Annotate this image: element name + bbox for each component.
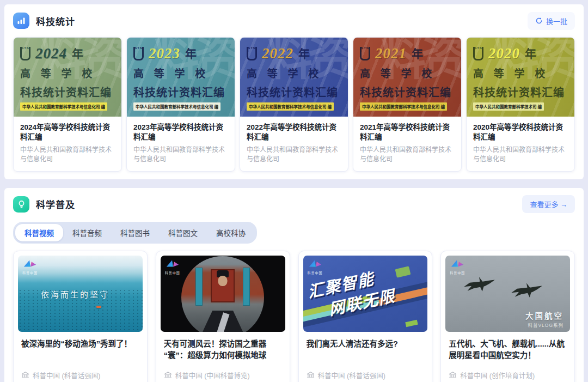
cover-publisher-bar: 中华人民共和国教育部科学技术司 编 — [473, 102, 544, 111]
book-cover-2020: 资料 STS 2020 年 高 等 学 校 科技统计资料汇编 中华人民共和国教育… — [467, 38, 574, 117]
sts-logo-icon: STS — [247, 47, 257, 60]
sts-logo-icon: STS — [133, 47, 144, 60]
institution-icon — [164, 371, 172, 379]
bar-chart-icon — [13, 13, 29, 29]
science-section: 科学普及 查看更多 → 科普视频 科普音频 科普图书 科普图文 高校科协 科普中… — [4, 188, 584, 382]
book-card-list: 资料 STS 2024 年 高 等 学 校 科技统计资料汇编 中华人民共和国教育… — [13, 37, 575, 172]
institution-icon — [21, 371, 29, 379]
book-title: 2022年高等学校科技统计资料汇编 — [247, 123, 341, 142]
circular-vignette — [181, 256, 264, 332]
book-cover-2024: 资料 STS 2024 年 高 等 学 校 科技统计资料汇编 中华人民共和国教育… — [14, 38, 121, 117]
book-card-2024[interactable]: 资料 STS 2024 年 高 等 学 校 科技统计资料汇编 中华人民共和国教育… — [13, 37, 122, 172]
tab-video[interactable]: 科普视频 — [15, 224, 63, 241]
book-cover-2021: 资料 STS 2021 年 高 等 学 校 科技统计资料汇编 中华人民共和国教育… — [353, 38, 461, 117]
book-publisher: 中华人民共和国教育部科学技术与信息化司 — [360, 145, 455, 165]
video-title: 我们离无人清洁还有多远? — [307, 338, 425, 362]
book-publisher: 中华人民共和国教育部科学技术与信息化司 — [473, 145, 568, 165]
cover-line2: 科技统计资料汇编 — [360, 84, 455, 100]
tab-books[interactable]: 科普图书 — [111, 224, 159, 241]
refresh-icon — [535, 17, 543, 25]
book-publisher: 中华人民共和国教育部科学技术与信息化司 — [247, 145, 341, 165]
thumbnail-overlay-subtext: 科普VLOG系列 — [528, 322, 564, 328]
video-title: 天有可测风云！探访国之重器“寰”：超级算力如何模拟地球 — [164, 338, 282, 362]
book-title: 2021年高等学校科技统计资料汇编 — [360, 123, 455, 142]
video-thumbnail-poster: 科普中国 汇聚智能 网联无限 — [303, 256, 428, 332]
book-cover-2023: 资料 STS 2023 年 高 等 学 校 科技统计资料汇编 中华人民共和国教育… — [127, 38, 235, 117]
cover-line1: 高 等 学 校 — [133, 65, 228, 80]
stats-section-header: 科技统计 换一批 — [13, 12, 575, 29]
video-source: 科普中国 (中国科普博览) — [175, 370, 250, 380]
science-tab-bar: 科普视频 科普音频 科普图书 科普图文 高校科协 — [13, 222, 257, 244]
kepu-china-logo-icon: 科普中国 — [22, 259, 38, 275]
person-shape — [218, 276, 228, 286]
cover-line2: 科技统计资料汇编 — [20, 84, 115, 100]
institution-icon — [449, 371, 457, 379]
view-more-button[interactable]: 查看更多 → — [522, 195, 575, 213]
sts-logo-icon: STS — [20, 47, 30, 60]
video-source: 科普中国 (创作培育计划) — [460, 370, 535, 380]
video-thumbnail-ocean: 科普中国 依海而生的坚守 — [18, 256, 143, 332]
book-title: 2024年高等学校科技统计资料汇编 — [20, 123, 115, 142]
kepu-china-logo-icon: 科普中国 — [450, 259, 465, 275]
cover-year: 2023 — [149, 46, 180, 60]
cover-line1: 高 等 学 校 — [20, 65, 115, 80]
cover-publisher-bar: 中华人民共和国教育部科学技术与信息化司 编 — [133, 102, 220, 111]
video-title: 被深海里的“移动渔场”秀到了！ — [21, 338, 139, 362]
sts-logo-icon: STS — [473, 47, 483, 60]
video-thumbnail-palace: 科普中国 — [161, 256, 285, 332]
tab-audio[interactable]: 科普音频 — [63, 224, 111, 241]
book-title: 2023年高等学校科技统计资料汇编 — [133, 123, 228, 142]
book-title: 2020年高等学校科技统计资料汇编 — [473, 123, 568, 142]
science-section-header: 科学普及 查看更多 → — [13, 196, 575, 213]
sts-logo-icon: STS — [360, 47, 370, 60]
stats-section: 科技统计 换一批 资料 STS 2024 年 高 等 学 校 — [4, 4, 584, 179]
book-card-2021[interactable]: 资料 STS 2021 年 高 等 学 校 科技统计资料汇编 中华人民共和国教育… — [353, 37, 462, 172]
video-card-jets[interactable]: 科普中国 大国航空 科普VLOG系列 五代机、大飞机、舰载机......从航展明… — [440, 251, 575, 382]
book-publisher: 中华人民共和国教育部科学技术与信息化司 — [20, 145, 115, 165]
tab-university-assoc[interactable]: 高校科协 — [207, 224, 255, 241]
tab-articles[interactable]: 科普图文 — [159, 224, 207, 241]
cover-publisher-bar: 中华人民共和国教育部科学技术与信息化司 编 — [20, 102, 107, 111]
cover-line2: 科技统计资料汇编 — [473, 84, 568, 100]
boat-shape — [96, 306, 101, 308]
cover-publisher-bar: 中华人民共和国教育部科学技术与信息化司 编 — [360, 102, 447, 111]
book-cover-2022: 资料 STS 2022 年 高 等 学 校 科技统计资料汇编 中华人民共和国教育… — [240, 38, 348, 117]
cover-line1: 高 等 学 校 — [247, 65, 341, 80]
science-section-title: 科学普及 — [36, 197, 75, 211]
book-card-2023[interactable]: 资料 STS 2023 年 高 等 学 校 科技统计资料汇编 中华人民共和国教育… — [126, 37, 235, 172]
stats-section-title: 科技统计 — [36, 14, 75, 28]
fighter-jet-icon — [463, 275, 497, 293]
cover-year: 2020 — [488, 46, 520, 60]
kepu-china-logo-icon: 科普中国 — [165, 259, 180, 275]
book-publisher: 中华人民共和国教育部科学技术与信息化司 — [133, 145, 228, 165]
refresh-label: 换一批 — [546, 16, 567, 26]
cover-publisher-bar: 中华人民共和国教育部科学技术与信息化司 编 — [247, 102, 334, 111]
cover-line2: 科技统计资料汇编 — [247, 84, 341, 100]
cover-line1: 高 等 学 校 — [360, 65, 455, 80]
video-card-palace[interactable]: 科普中国 天有可测风云！探访国之重器“寰”：超级算力如何模拟地球 — [156, 251, 290, 382]
video-source: 科普中国 (科普话强国) — [318, 370, 385, 380]
kepu-china-logo-icon: 科普中国 — [308, 259, 323, 275]
video-title: 五代机、大飞机、舰载机......从航展明星看中国航空实力！ — [449, 338, 567, 362]
video-thumbnail-jets: 科普中国 大国航空 科普VLOG系列 — [445, 256, 570, 332]
thumbnail-overlay-text: 大国航空 — [525, 310, 564, 321]
refresh-batch-button[interactable]: 换一批 — [528, 12, 575, 30]
institution-icon — [307, 371, 315, 379]
fighter-jet-icon — [510, 281, 544, 299]
book-card-2020[interactable]: 资料 STS 2020 年 高 等 学 校 科技统计资料汇编 中华人民共和国教育… — [466, 37, 575, 172]
cover-year: 2021 — [375, 46, 407, 60]
video-card-poster[interactable]: 科普中国 汇聚智能 网联无限 我们离无人清洁还有多远? 科普中国 — [298, 251, 433, 382]
video-card-list: 科普中国 依海而生的坚守 被深海里的“移动渔场”秀到了！ 科普中国 (科普话强国… — [13, 251, 575, 382]
video-source: 科普中国 (科普话强国) — [33, 370, 100, 380]
view-more-label: 查看更多 → — [530, 199, 567, 209]
cover-year: 2024 — [35, 46, 67, 60]
cover-line2: 科技统计资料汇编 — [133, 84, 228, 100]
lightbulb-icon — [13, 196, 29, 213]
thumbnail-overlay-text: 依海而生的坚守 — [41, 288, 109, 300]
book-card-2022[interactable]: 资料 STS 2022 年 高 等 学 校 科技统计资料汇编 中华人民共和国教育… — [240, 37, 348, 172]
cover-line1: 高 等 学 校 — [473, 65, 568, 80]
video-card-ocean[interactable]: 科普中国 依海而生的坚守 被深海里的“移动渔场”秀到了！ 科普中国 (科普话强国… — [13, 251, 148, 382]
cover-year: 2022 — [262, 46, 293, 60]
